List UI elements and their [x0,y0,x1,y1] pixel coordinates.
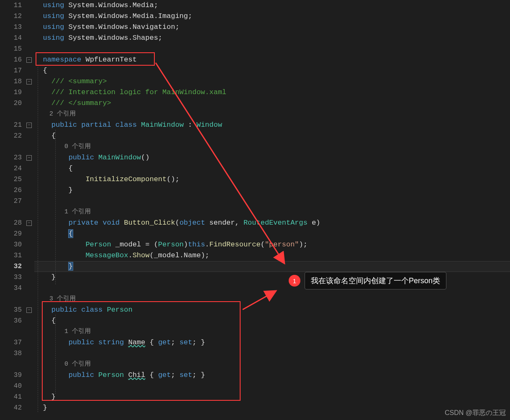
code-line[interactable]: /// Interaction logic for MainWindow.xam… [34,87,510,98]
line-number: 25 [0,174,22,185]
fold-toggle-icon[interactable]: − [26,79,32,85]
line-number: 16 [0,54,22,65]
code-line[interactable]: { [34,131,510,141]
code-line[interactable]: MessageBox.Show(_model.Name); [34,250,510,261]
line-number: 41 [0,392,22,402]
line-number: 28 [0,218,22,228]
line-number: 15 [0,44,22,54]
code-line[interactable]: using System.Windows.Shapes; [34,33,510,44]
code-line[interactable]: public partial class MainWindow : Window [34,120,510,131]
line-number: 38 [0,348,22,359]
code-line[interactable]: { [34,163,510,174]
line-number: 32 [0,261,22,272]
line-number: 21 [0,120,22,131]
line-number: 18 [0,76,22,87]
code-line[interactable]: } [34,402,510,413]
fold-toggle-icon[interactable]: − [26,220,32,226]
line-number: 35 [0,305,22,315]
line-number: 23 [0,152,22,163]
code-line[interactable] [34,381,510,392]
line-number: 22 [0,131,22,141]
code-line[interactable]: InitializeComponent(); [34,174,510,185]
code-line[interactable]: } [34,392,510,402]
line-number-gutter: 11 12 13 14 15 16 17 18 19 20 21 22 23 2… [0,0,25,420]
code-line[interactable] [34,44,510,54]
line-number: 27 [0,196,22,207]
code-area[interactable]: using System.Windows.Media; using System… [34,0,510,420]
watermark: CSDN @罪恶の王冠 [445,409,506,417]
code-line[interactable]: public string Name { get; set; } [34,337,510,348]
code-line[interactable]: public class Person [34,305,510,315]
code-line[interactable]: using System.Windows.Media.Imaging; [34,11,510,22]
callout-text: 我在该命名空间内创建了一个Person类 [305,272,446,289]
code-line[interactable]: /// </summary> [34,98,510,109]
code-line[interactable]: Person _model = (Person)this.FindResourc… [34,239,510,250]
code-line[interactable]: public MainWindow() [34,152,510,163]
line-number: 39 [0,370,22,381]
fold-gutter: − − − − − − [25,0,34,420]
code-line[interactable]: private void Button_Click(object sender,… [34,218,510,228]
line-number: 13 [0,22,22,33]
fold-toggle-icon[interactable]: − [26,307,32,313]
line-number: 36 [0,315,22,326]
fold-toggle-icon[interactable]: − [26,155,32,161]
line-number: 34 [0,283,22,294]
line-number: 20 [0,98,22,109]
line-number: 31 [0,250,22,261]
code-line[interactable]: using System.Windows.Media; [34,0,510,11]
callout-number-badge: 1 [289,275,300,287]
line-number: 29 [0,228,22,239]
line-number: 26 [0,185,22,196]
line-number: 14 [0,33,22,44]
line-number: 17 [0,65,22,76]
line-number: 33 [0,272,22,283]
codelens-references[interactable]: 0 个引用 [34,141,510,152]
fold-toggle-icon[interactable]: − [26,57,32,63]
line-number: 12 [0,11,22,22]
line-number: 30 [0,239,22,250]
line-number: 42 [0,402,22,413]
code-line[interactable]: { [34,65,510,76]
code-line[interactable]: /// <summary> [34,76,510,87]
line-number: 40 [0,381,22,392]
code-line[interactable]: } [34,185,510,196]
codelens-references[interactable]: 1 个引用 [34,207,510,218]
codelens-references[interactable]: 3 个引用 [34,294,510,305]
codelens-references[interactable]: 2 个引用 [34,109,510,120]
code-editor[interactable]: 11 12 13 14 15 16 17 18 19 20 21 22 23 2… [0,0,510,420]
code-line[interactable]: { [34,315,510,326]
code-line[interactable]: public Person Chil { get; set; } [34,370,510,381]
code-line[interactable] [34,348,510,359]
codelens-references[interactable]: 1 个引用 [34,326,510,337]
line-number: 24 [0,163,22,174]
fold-toggle-icon[interactable]: − [26,123,32,128]
codelens-references[interactable]: 0 个引用 [34,359,510,370]
code-line[interactable]: { [34,228,510,239]
code-line[interactable]: using System.Windows.Navigation; [34,22,510,33]
code-line[interactable] [34,196,510,207]
annotation-callout: 1 我在该命名空间内创建了一个Person类 [289,272,446,289]
line-number: 19 [0,87,22,98]
code-line[interactable]: } [34,261,510,272]
line-number: 11 [0,0,22,11]
code-line[interactable]: namespace WpfLearnTest [34,54,510,65]
line-number: 37 [0,337,22,348]
